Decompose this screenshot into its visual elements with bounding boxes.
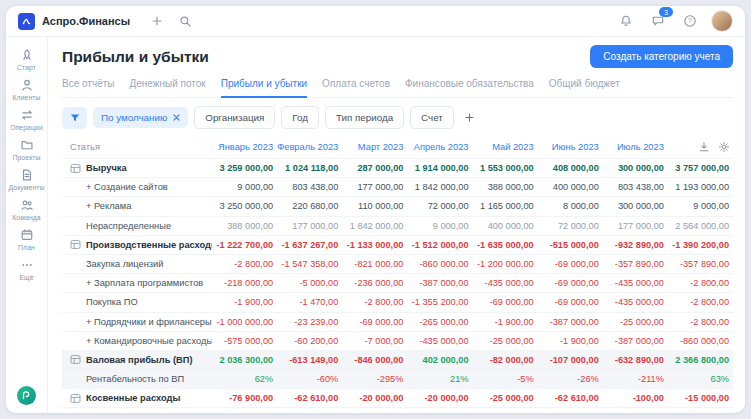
table-row: Выручка3 259 000,001 024 118,00287 000,0… bbox=[62, 158, 733, 177]
cell-value: -932 890,00 bbox=[603, 240, 668, 250]
sidebar-item-старт[interactable]: Старт bbox=[6, 44, 47, 74]
gear-icon[interactable] bbox=[718, 141, 730, 153]
cell-value: -1 000 000,00 bbox=[212, 317, 277, 327]
user-avatar[interactable] bbox=[711, 10, 733, 32]
cell-value: 110 000,00 bbox=[342, 201, 407, 211]
cell-value: -76 900,00 bbox=[212, 393, 277, 403]
table-row: + Реклама3 250 000,00220 680,00110 000,0… bbox=[62, 196, 733, 215]
row-label[interactable]: + Командировочные расходы bbox=[62, 336, 212, 346]
cell-value: -1 637 267,00 bbox=[277, 240, 342, 250]
cell-value: -25 000,00 bbox=[603, 317, 668, 327]
row-label[interactable]: Валовая прибыль (ВП) bbox=[62, 354, 212, 365]
filter-preset-chip[interactable]: По умолчанию bbox=[93, 107, 188, 128]
sidebar-item-label: Ещё bbox=[19, 274, 33, 281]
table-header-row: Статья Январь 2023Февраль 2023Март 2023А… bbox=[62, 136, 733, 158]
filter-funnel-icon[interactable] bbox=[62, 107, 87, 129]
cell-value: 62% bbox=[212, 374, 277, 384]
sidebar-item-ещё[interactable]: Ещё bbox=[6, 254, 47, 284]
row-label[interactable]: Покупка ПО bbox=[62, 297, 212, 307]
table-row: Покупка ПО-1 900,00-1 470,00-2 800,00-1 … bbox=[62, 292, 733, 311]
sidebar-item-клиенты[interactable]: Клиенты bbox=[6, 74, 47, 104]
cell-value: -1 900,00 bbox=[473, 317, 538, 327]
sidebar: СтартКлиентыОперацииПроектыДокументыКома… bbox=[6, 37, 48, 413]
row-label[interactable]: + Создание сайтов bbox=[62, 182, 212, 192]
cell-value: -218 000,00 bbox=[212, 278, 277, 288]
tab[interactable]: Оплата счетов bbox=[322, 75, 390, 97]
cell-value: -62 610,00 bbox=[538, 393, 603, 403]
filter-chip[interactable]: Организация bbox=[194, 106, 275, 129]
sidebar-item-label: Клиенты bbox=[13, 94, 41, 101]
cell-value: -69 000,00 bbox=[473, 297, 538, 307]
cell-value: 63% bbox=[668, 374, 733, 384]
table-row: Валовая прибыль (ВП)2 036 300,00-613 149… bbox=[62, 350, 733, 369]
cell-value: -1 470,00 bbox=[277, 297, 342, 307]
table-row: Рентабельность по ВП62%-60%-295%21%-5%-2… bbox=[62, 369, 733, 388]
page-title: Прибыли и убытки bbox=[62, 48, 209, 66]
row-label[interactable]: + Зарплата программистов bbox=[62, 278, 212, 288]
cell-value: -357 890,00 bbox=[603, 259, 668, 269]
tab[interactable]: Прибыли и убытки bbox=[221, 75, 307, 98]
cell-value: 220 680,00 bbox=[277, 201, 342, 211]
cell-value: 1 024 118,00 bbox=[277, 163, 342, 173]
cell-value: -575 000,00 bbox=[212, 336, 277, 346]
row-label[interactable]: Производственные расходы bbox=[62, 239, 212, 250]
cell-value: -860 000,00 bbox=[668, 336, 733, 346]
help-icon[interactable]: ? bbox=[679, 10, 701, 32]
tab[interactable]: Финансовые обязательства bbox=[405, 75, 534, 97]
close-icon[interactable] bbox=[173, 114, 180, 121]
table-row: + Подрядчики и фрилансеры-1 000 000,00-2… bbox=[62, 312, 733, 331]
category-icon bbox=[70, 354, 81, 365]
tabs-bar: Все отчётыДенежный потокПрибыли и убытки… bbox=[62, 75, 733, 98]
main-content: Прибыли и убытки Создать категорию учета… bbox=[48, 37, 745, 413]
cell-value: 3 259 000,00 bbox=[212, 163, 277, 173]
cell-value: -69 000,00 bbox=[538, 297, 603, 307]
cell-value: 2 366 800,00 bbox=[668, 355, 733, 365]
row-label[interactable]: Рентабельность по ВП bbox=[62, 374, 212, 384]
column-header: Апрель 2023 bbox=[407, 142, 472, 152]
row-label[interactable]: Выручка bbox=[62, 163, 212, 174]
filter-chip[interactable]: Год bbox=[281, 106, 319, 129]
sidebar-item-проекты[interactable]: Проекты bbox=[6, 134, 47, 164]
sidebar-item-label: Команда bbox=[12, 214, 40, 221]
row-label[interactable]: + Подрядчики и фрилансеры bbox=[62, 317, 212, 327]
column-header: Июнь 2023 bbox=[538, 142, 603, 152]
cell-value: -1 200 000,00 bbox=[473, 259, 538, 269]
download-icon[interactable] bbox=[698, 141, 710, 153]
cell-value: -20 000,00 bbox=[407, 393, 472, 403]
sidebar-item-команда[interactable]: Команда bbox=[6, 194, 47, 224]
row-label[interactable]: Закупка лицензий bbox=[62, 259, 212, 269]
sidebar-item-план[interactable]: План bbox=[6, 224, 47, 254]
row-label[interactable]: Косвенные расходы bbox=[62, 393, 212, 404]
add-icon[interactable] bbox=[146, 10, 168, 32]
cell-value: 402 000,00 bbox=[407, 355, 472, 365]
cell-value: -25 000,00 bbox=[473, 393, 538, 403]
aspro-bottom-logo[interactable] bbox=[17, 386, 36, 405]
create-category-button[interactable]: Создать категорию учета bbox=[590, 45, 733, 68]
cell-value: -435 000,00 bbox=[603, 278, 668, 288]
tab[interactable]: Все отчёты bbox=[62, 75, 114, 97]
cell-value: 9 000,00 bbox=[407, 221, 472, 231]
cell-value: -23 239,00 bbox=[277, 317, 342, 327]
row-label[interactable]: + Реклама bbox=[62, 201, 212, 211]
chat-icon[interactable]: 3 bbox=[647, 10, 669, 32]
cell-value: -265 000,00 bbox=[407, 317, 472, 327]
column-header-article: Статья bbox=[62, 142, 212, 152]
cell-value: -357 890,00 bbox=[668, 259, 733, 269]
cell-value: -387 000,00 bbox=[407, 278, 472, 288]
filter-chip[interactable]: Тип периода bbox=[325, 106, 404, 129]
cell-value: 9 000,00 bbox=[668, 201, 733, 211]
row-label[interactable]: Нераспределенные bbox=[62, 221, 212, 231]
table-actions-cell bbox=[668, 141, 733, 153]
filter-chip[interactable]: Счет bbox=[410, 106, 454, 129]
app-name: Аспро.Финансы bbox=[42, 15, 130, 27]
bell-icon[interactable] bbox=[615, 10, 637, 32]
tab[interactable]: Общий бюджет bbox=[549, 75, 620, 97]
add-filter-icon[interactable] bbox=[460, 108, 480, 128]
table-row: + Зарплата программистов-218 000,00-5 00… bbox=[62, 273, 733, 292]
sidebar-item-операции[interactable]: Операции bbox=[6, 104, 47, 134]
sidebar-item-документы[interactable]: Документы bbox=[6, 164, 47, 194]
search-icon[interactable] bbox=[174, 10, 196, 32]
cell-value: -1 222 700,00 bbox=[212, 240, 277, 250]
tab[interactable]: Денежный поток bbox=[129, 75, 205, 97]
cell-value: -515 000,00 bbox=[538, 240, 603, 250]
